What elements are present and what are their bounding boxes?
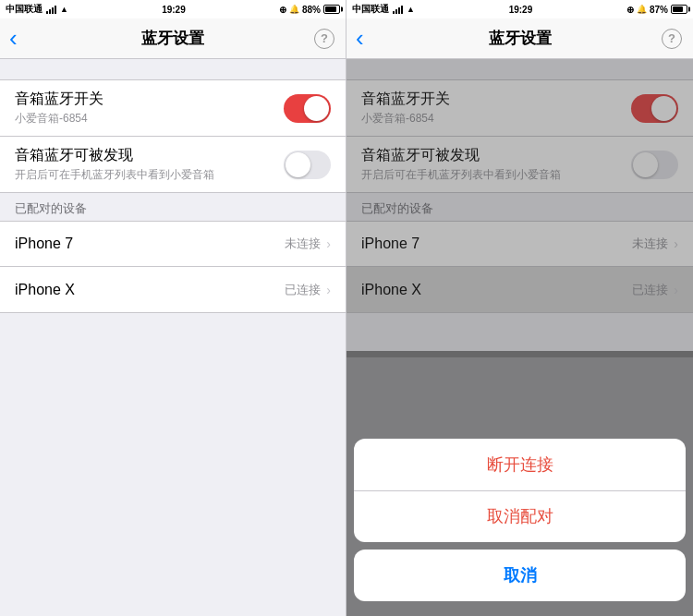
left-device-status-0: 未连接 (285, 236, 321, 252)
left-nav-bar: ‹ 蓝牙设置 ? (0, 18, 346, 59)
left-panel: 中国联通 ▲ 19:29 ⊕ 🔔 88% ‹ 蓝牙设置 ? (0, 0, 346, 616)
left-discover-text: 音箱蓝牙可被发现 开启后可在手机蓝牙列表中看到小爱音箱 (15, 146, 284, 183)
right-nav-bar: ‹ 蓝牙设置 ? (346, 18, 693, 59)
bar1 (46, 11, 48, 14)
left-device-row-0[interactable]: iPhone 7 未连接 › (0, 221, 346, 267)
rbar4 (401, 6, 403, 14)
left-bt-toggle-text: 音箱蓝牙开关 小爱音箱-6854 (15, 90, 284, 127)
left-device-status-1: 已连接 (285, 282, 321, 298)
left-chevron-1: › (326, 283, 331, 297)
left-paired-label: 已配对的设备 (0, 193, 346, 221)
left-discover-toggle-thumb (286, 152, 310, 177)
right-back-button[interactable]: ‹ (356, 24, 364, 53)
right-status-left: 中国联通 ▲ (352, 3, 415, 16)
right-bluetooth-icon: ⊕ (626, 5, 634, 15)
left-battery-fill (325, 6, 336, 12)
right-time: 19:29 (509, 5, 533, 15)
left-status-left: 中国联通 ▲ (6, 3, 68, 16)
left-discover-title: 音箱蓝牙可被发现 (15, 146, 284, 165)
left-help-button[interactable]: ? (314, 29, 334, 49)
left-status-bar: 中国联通 ▲ 19:29 ⊕ 🔔 88% (0, 0, 346, 18)
left-nav-title: 蓝牙设置 (141, 28, 204, 49)
left-device-status-wrap-0: 未连接 › (285, 236, 331, 252)
left-wifi-icon: ▲ (60, 5, 68, 14)
right-wifi-icon: ▲ (407, 5, 415, 14)
bar3 (52, 7, 54, 14)
left-bt-toggle-thumb (304, 96, 329, 121)
action-sheet-destructive-group: 断开连接 取消配对 (354, 439, 686, 542)
left-bt-toggle-switch[interactable] (284, 94, 331, 123)
rbar3 (398, 7, 400, 14)
action-cancel-button[interactable]: 取消 (354, 550, 686, 601)
right-panel: 中国联通 ▲ 19:29 ⊕ 🔔 87% ‹ 蓝牙设置 ? (346, 0, 693, 616)
right-status-right: ⊕ 🔔 87% (626, 5, 687, 15)
left-bt-toggle-title: 音箱蓝牙开关 (15, 90, 284, 109)
action-sheet-dim-overlay (346, 59, 693, 357)
right-signal (393, 6, 403, 14)
left-devices-list: iPhone 7 未连接 › iPhone X 已连接 › (0, 221, 346, 313)
left-carrier: 中国联通 (6, 3, 43, 16)
left-device-name-0: iPhone 7 (15, 236, 73, 252)
bar4 (55, 6, 56, 14)
right-alarm-icon: 🔔 (637, 5, 647, 14)
right-carrier: 中国联通 (352, 3, 389, 16)
left-alarm-icon: 🔔 (289, 5, 299, 14)
right-status-bar: 中国联通 ▲ 19:29 ⊕ 🔔 87% (346, 0, 693, 18)
left-device-name-1: iPhone X (15, 282, 75, 298)
action-sheet-cancel-group: 取消 (354, 550, 686, 601)
action-sheet-overlay: 断开连接 取消配对 取消 (346, 351, 693, 616)
left-device-row-1[interactable]: iPhone X 已连接 › (0, 267, 346, 313)
left-bt-toggle-row[interactable]: 音箱蓝牙开关 小爱音箱-6854 (0, 79, 346, 137)
rbar1 (393, 11, 395, 14)
left-device-status-wrap-1: 已连接 › (285, 282, 331, 298)
right-nav-title: 蓝牙设置 (489, 28, 552, 49)
left-battery-pct: 88% (302, 5, 321, 15)
action-disconnect-button[interactable]: 断开连接 (354, 439, 686, 490)
right-battery-pct: 87% (650, 5, 668, 15)
left-back-button[interactable]: ‹ (9, 24, 18, 53)
rbar2 (395, 9, 397, 14)
left-signal (46, 6, 56, 14)
left-chevron-0: › (326, 236, 331, 251)
right-battery-icon (671, 5, 687, 14)
left-bluetooth-icon: ⊕ (279, 5, 286, 15)
left-time: 19:29 (162, 5, 186, 15)
left-discover-subtitle: 开启后可在手机蓝牙列表中看到小爱音箱 (15, 167, 284, 183)
right-help-button[interactable]: ? (662, 29, 682, 49)
action-sheet: 断开连接 取消配对 取消 (346, 431, 693, 616)
action-unpair-button[interactable]: 取消配对 (354, 490, 686, 542)
left-bt-toggle-subtitle: 小爱音箱-6854 (15, 111, 284, 127)
left-bt-toggle-section: 音箱蓝牙开关 小爱音箱-6854 音箱蓝牙可被发现 开启后可在手机蓝牙列表中看到… (0, 79, 346, 193)
right-battery-fill (673, 6, 683, 12)
left-discover-toggle-switch[interactable] (284, 151, 331, 179)
left-status-right: ⊕ 🔔 88% (279, 5, 340, 15)
left-discover-toggle-row[interactable]: 音箱蓝牙可被发现 开启后可在手机蓝牙列表中看到小爱音箱 (0, 137, 346, 193)
left-battery-icon (323, 5, 340, 14)
bar2 (49, 9, 51, 14)
